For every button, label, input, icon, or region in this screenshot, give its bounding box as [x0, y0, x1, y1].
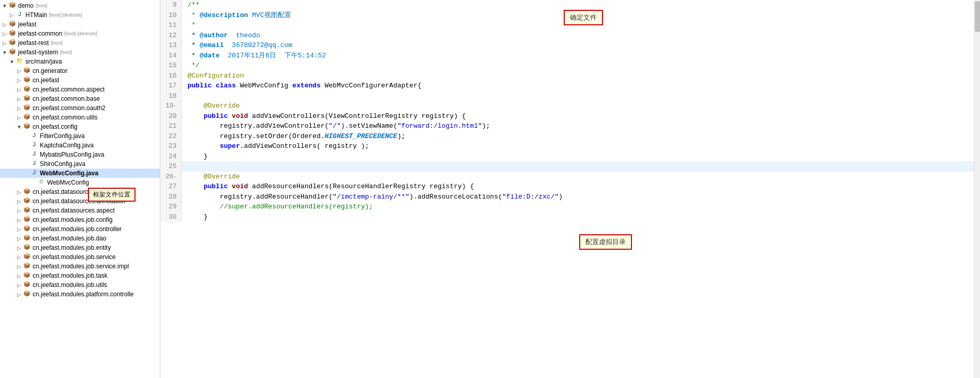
sidebar-item-WebMvcConfig-class[interactable]: ©WebMvcConfig — [0, 178, 160, 187]
sidebar-item-htmain[interactable]: ▷JHTMain [boot] [devtools] — [0, 10, 160, 20]
code-line-27: 27 public void addResourceHandlers(Resou… — [160, 182, 974, 192]
tree-node-badge: [boot] — [51, 40, 63, 46]
sidebar-item-cn-jeefast-modules-job-dao[interactable]: ▷📦cn.jeefast.modules.job.dao — [0, 234, 160, 243]
code-content[interactable]: 9/**10 * @description MVC视图配置11 *12 * @a… — [160, 0, 974, 378]
tree-node-label: WebMvcConfig — [47, 179, 89, 186]
vertical-scrollbar[interactable] — [974, 0, 980, 378]
line-code: * — [181, 20, 974, 31]
line-code: registry.addResourceHandler("/imctemp-ra… — [181, 192, 974, 202]
sidebar-item-cn-generator[interactable]: ▷📦cn.generator — [0, 66, 160, 75]
code-line-30: 30 } — [160, 212, 974, 222]
tree-node-icon: © — [37, 178, 46, 187]
sidebar-item-cn-jeefast-common-oauth2[interactable]: ▷📦cn.jeefast.common.oauth2 — [0, 103, 160, 113]
line-number: 19◦ — [160, 101, 181, 111]
tree-node-label: cn.jeefast.config — [33, 123, 78, 130]
tree-arrow-icon: ▷ — [16, 217, 23, 223]
sidebar-item-cn-jeefast-datasources-asp[interactable]: ▷📦cn.jeefast.datasources.aspect — [0, 206, 160, 215]
code-line-21: 21 registry.addViewController("/").setVi… — [160, 121, 974, 131]
tree-node-icon: 📁 — [16, 57, 24, 66]
tree-node-label: jeefast-common — [18, 30, 62, 37]
code-line-28: 28 registry.addResourceHandler("/imctemp… — [160, 192, 974, 202]
sidebar-item-cn-jeefast-modules-job-service-impl[interactable]: ▷📦cn.jeefast.modules.job.service.impl — [0, 262, 160, 271]
tree-node-icon: 📦 — [23, 234, 31, 243]
tree-node-label: FilterConfig.java — [40, 132, 85, 140]
sidebar-item-ShiroConfig[interactable]: JShiroConfig.java — [0, 159, 160, 169]
line-code: public class WebMvcConfig extends WebMvc… — [181, 81, 974, 91]
tree-arrow-icon: ▷ — [16, 78, 23, 83]
tree-node-icon: 📦 — [8, 39, 17, 47]
sidebar-item-cn-jeefast-modules-job-ctrl[interactable]: ▷📦cn.jeefast.modules.job.controller — [0, 224, 160, 234]
code-line-19: 19◦ @Override — [160, 101, 974, 111]
project-tree[interactable]: ▼📦demo [boot]▷JHTMain [boot] [devtools]▷… — [0, 0, 160, 378]
line-code: public void addResourceHandlers(Resource… — [181, 182, 974, 192]
tree-arrow-icon: ▷ — [16, 105, 23, 111]
sidebar-item-demo[interactable]: ▼📦demo [boot] — [0, 1, 160, 10]
line-number: 30 — [160, 212, 181, 222]
tree-node-icon: 📦 — [23, 113, 31, 122]
sidebar-item-cn-jeefast-modules-job-entity[interactable]: ▷📦cn.jeefast.modules.job.entity — [0, 243, 160, 252]
tree-node-label: MybatisPlusConfig.java — [40, 151, 104, 158]
sidebar-item-cn-jeefast-datasources[interactable]: ▷📦cn.jeefast.datasources — [0, 187, 160, 196]
tree-node-icon: J — [16, 11, 24, 19]
sidebar-item-cn-jeefast-modules-job-config[interactable]: ▷📦cn.jeefast.modules.job.config — [0, 215, 160, 224]
code-line-12: 12 * @author theodo — [160, 31, 974, 41]
tree-node-icon: 📦 — [23, 244, 31, 252]
sidebar-item-cn-jeefast-modules-job-task[interactable]: ▷📦cn.jeefast.modules.job.task — [0, 271, 160, 280]
tree-arrow-icon: ▷ — [8, 12, 16, 18]
tree-arrow-icon: ▼ — [1, 50, 8, 55]
tree-node-label: demo — [18, 2, 34, 9]
tree-node-icon: 📦 — [23, 197, 31, 205]
sidebar-item-cn-jeefast-datasources-ann[interactable]: ▷📦cn.jeefast.datasources.annotation — [0, 196, 160, 206]
tree-node-label: cn.jeefast.modules.job.service — [33, 253, 116, 261]
sidebar-item-cn-jeefast-common-aspect[interactable]: ▷📦cn.jeefast.common.aspect — [0, 85, 160, 94]
code-line-18: 18 — [160, 91, 974, 101]
framework-file-location-annotation: 框架文件位置 — [88, 188, 135, 202]
sidebar-item-src-main-java[interactable]: ▼📁src/main/java — [0, 57, 160, 66]
code-line-20: 20 public void addViewControllers(ViewCo… — [160, 111, 974, 122]
sidebar-item-WebMvcConfig[interactable]: JWebMvcConfig.java — [0, 169, 160, 178]
tree-node-label: cn.jeefast.datasources.aspect — [33, 207, 115, 214]
code-editor: 9/**10 * @description MVC视图配置11 *12 * @a… — [160, 0, 974, 378]
sidebar-item-cn-jeefast-config[interactable]: ▼📦cn.jeefast.config — [0, 122, 160, 131]
tree-node-icon: 📦 — [23, 216, 31, 224]
code-line-13: 13 * @email 36780272@qq.com — [160, 40, 974, 51]
tree-arrow-icon: ▷ — [16, 96, 23, 102]
line-code: * @description MVC视图配置 — [181, 10, 974, 21]
line-number: 23 — [160, 141, 181, 152]
tree-arrow-icon: ▷ — [16, 226, 23, 232]
tree-node-badge: [boot] [devtools] — [49, 12, 82, 18]
sidebar-item-MybatisPlusConfig[interactable]: JMybatisPlusConfig.java — [0, 150, 160, 159]
code-line-23: 23 super.addViewControllers( registry ); — [160, 141, 974, 152]
line-number: 10 — [160, 10, 181, 21]
line-number: 18 — [160, 91, 181, 101]
tree-node-label: HTMain — [25, 11, 47, 19]
tree-node-icon: 📦 — [23, 262, 31, 270]
sidebar-item-jeefast-system[interactable]: ▼📦jeefast-system [boot] — [0, 48, 160, 57]
sidebar-item-FilterConfig[interactable]: JFilterConfig.java — [0, 131, 160, 141]
sidebar-item-jeefast[interactable]: ▷📦jeefast — [0, 20, 160, 29]
tree-arrow-icon: ▷ — [16, 236, 23, 241]
sidebar-item-cn-jeefast-modules-platform-ctrl[interactable]: ▷📦cn.jeefast.modules.platform.controlle — [0, 290, 160, 299]
line-code: * @date 2017年11月6日 下午5:14:52 — [181, 51, 974, 61]
line-code — [181, 161, 974, 172]
tree-node-icon: 📦 — [23, 253, 31, 261]
sidebar-item-jeefast-rest[interactable]: ▷📦jeefast-rest [boot] — [0, 38, 160, 48]
line-code — [181, 91, 974, 101]
tree-node-icon: 📦 — [23, 206, 31, 215]
code-line-26: 26◦ @Override — [160, 172, 974, 182]
tree-node-label: WebMvcConfig.java — [40, 170, 98, 177]
sidebar-item-cn-jeefast-modules-job-utils[interactable]: ▷📦cn.jeefast.modules.job.utils — [0, 280, 160, 290]
line-code: registry.setOrder(Ordered.HIGHEST_PRECED… — [181, 131, 974, 142]
tree-node-label: src/main/java — [25, 58, 62, 65]
sidebar-item-cn-jeefast-modules-job-service[interactable]: ▷📦cn.jeefast.modules.job.service — [0, 252, 160, 262]
line-number: 27 — [160, 182, 181, 192]
scrollbar-thumb[interactable] — [975, 1, 980, 32]
tree-arrow-icon: ▷ — [16, 189, 23, 195]
sidebar-item-KaptchaConfig[interactable]: JKaptchaConfig.java — [0, 141, 160, 150]
tree-node-icon: 📦 — [23, 95, 31, 103]
sidebar-item-cn-jeefast-common-base[interactable]: ▷📦cn.jeefast.common.base — [0, 94, 160, 103]
tree-arrow-icon: ▼ — [1, 3, 8, 9]
sidebar-item-cn-jeefast[interactable]: ▷📦cn.jeefast — [0, 75, 160, 85]
sidebar-item-jeefast-common[interactable]: ▷📦jeefast-common [boot] [devtools] — [0, 29, 160, 38]
sidebar-item-cn-jeefast-common-utils[interactable]: ▷📦cn.jeefast.common.utils — [0, 113, 160, 122]
